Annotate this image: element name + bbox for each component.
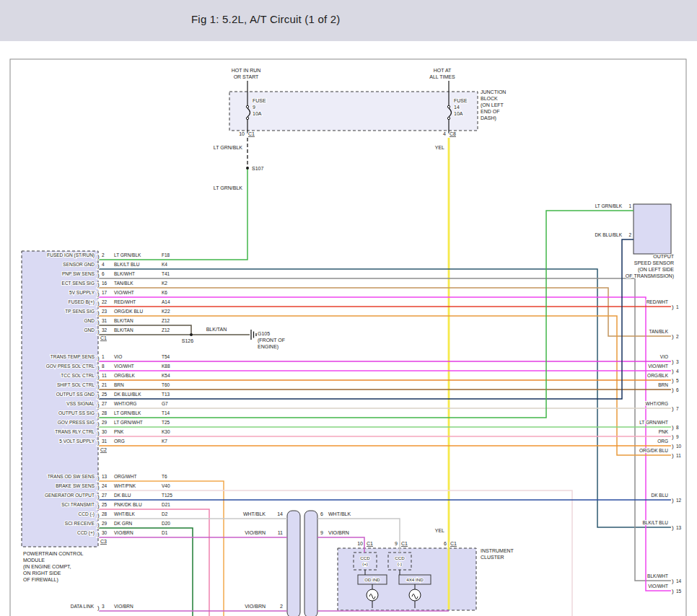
fuse-label: 14 [454, 105, 460, 110]
pcm-pin-number: 28 [102, 410, 108, 415]
diagram-label: C1 [248, 131, 255, 136]
pcm-circuit-code: Z12 [162, 327, 170, 333]
indicator-lamp [409, 589, 421, 601]
pcm-pin-number: 30 [102, 530, 108, 535]
pin-bracket: ) [97, 374, 100, 380]
fuse-terminal [447, 105, 450, 107]
pin-bracket: ) [672, 434, 674, 440]
indicator-lamp [367, 589, 378, 601]
diagram-label: YEL [435, 528, 444, 533]
pcm-wire-name: PNK [114, 429, 124, 434]
pcm-signal-label: SCI TRANSMIT [61, 502, 95, 507]
diagram-label: (-) [398, 561, 402, 566]
pin-bracket: ) [97, 263, 100, 269]
exit-pin-number: 15 [676, 589, 682, 594]
diagram-label: WHT/BLK [243, 511, 266, 516]
diagram-label: BLOCK [481, 96, 498, 101]
pcm-signal-label: GOV PRESS SIG [58, 420, 95, 425]
output-speed-sensor-box [634, 204, 671, 254]
pcm-signal-label: PNP SW SENS [62, 271, 95, 276]
pcm-pin-number: 27 [102, 493, 108, 498]
diagram-label: YEL [435, 145, 444, 150]
exit-wire-name: DK BLU [652, 493, 669, 498]
pcm-pin-number: 31 [102, 439, 108, 444]
diagram-label: G105 [258, 331, 270, 336]
diagram-label: LT GRN/BLK [214, 185, 243, 190]
exit-wire-name: VIO/WHT [648, 584, 668, 589]
diagram-label: CLUSTER [481, 555, 504, 560]
diagram-label: DASH) [481, 115, 496, 121]
pcm-circuit-code: T125 [162, 493, 172, 498]
fuse-terminal [447, 117, 450, 119]
pcm-pin-number: 25 [102, 392, 108, 397]
pin-bracket: ) [672, 304, 674, 310]
pcm-wire-name: VIO [114, 354, 122, 359]
pcm-connector-label: C3 [100, 539, 107, 544]
fuse-label: 10A [454, 111, 463, 116]
wire-org-dk-blu [99, 316, 671, 455]
pcm-signal-label: TRANS RLY CTRL [55, 429, 95, 434]
diagram-label: LT GRN/BLK [214, 145, 243, 150]
diagram-label: OR START [234, 74, 259, 79]
pcm-connector-label: C1 [100, 335, 107, 340]
diagram-label: (FRONT OF [258, 338, 285, 343]
pcm-circuit-code: K88 [162, 364, 170, 369]
pcm-wire-name: WHT/BLK [114, 511, 136, 516]
pcm-circuit-code: K54 [162, 373, 170, 378]
pcm-wire-name: DK GRN [114, 521, 133, 526]
diagram-label: WHT/BLK [328, 511, 351, 516]
exit-pin-number: 4 [676, 369, 679, 374]
diagram-label: CCD [360, 555, 370, 560]
exit-wire-name: PNK [659, 429, 669, 434]
exit-pin-number: 13 [676, 525, 682, 530]
pcm-signal-label: ECT SENS SIG [62, 281, 95, 286]
pcm-signal-label: GND [84, 318, 95, 323]
pcm-circuit-code: D21 [162, 502, 170, 507]
diagram-label: S126 [182, 338, 193, 343]
diagram-label: BLK/TAN [206, 327, 227, 332]
pcm-signal-label: SHIFT SOL CTRL [57, 382, 95, 387]
pcm-signal-label: FUSED B(+) [69, 299, 95, 305]
exit-pin-number: 1 [676, 304, 679, 309]
pcm-wire-name: BLK/LT BLU [114, 262, 140, 267]
diagram-label: 11 [278, 530, 283, 535]
pcm-pin-number: 16 [102, 281, 108, 286]
pin-bracket: ) [672, 452, 674, 459]
pcm-signal-label: SCI RECEIVE [65, 521, 95, 526]
pin-bracket: ) [672, 405, 674, 412]
pin-bracket: ) [97, 319, 100, 325]
sensor-wire-name: DK BLU/BLK [595, 232, 622, 237]
pcm-circuit-code: D2 [162, 511, 168, 516]
diagram-label: VIO/BRN [245, 530, 266, 535]
pcm-circuit-code: T25 [162, 420, 170, 425]
sensor-wire-name: LT GRN/BLK [595, 203, 623, 208]
pin-bracket: ) [672, 358, 674, 365]
pcm-pin-number: 11 [102, 373, 107, 378]
exit-wire-name: ORG [657, 439, 668, 444]
diagram-label: C1 [450, 541, 457, 546]
pcm-wire-name: VIO/WHT [114, 364, 134, 369]
diagram-label: C8 [450, 131, 456, 136]
pcm-pin-number: 1 [102, 354, 105, 359]
fuse-label: FUSE [253, 98, 266, 103]
splice-dot [190, 333, 193, 336]
pcm-caption: ON RIGHT SIDE [23, 571, 61, 576]
pin-bracket: ) [97, 272, 100, 278]
pin-bracket: ) [97, 364, 100, 371]
pin-bracket: ) [672, 524, 674, 531]
exit-pin-number: 9 [676, 434, 679, 439]
pcm-pin-number: 6 [102, 271, 105, 276]
pcm-circuit-code: V40 [162, 483, 170, 488]
pcm-wire-name: LT GRN/WHT [114, 420, 143, 425]
exit-wire-name: TAN/BLK [649, 329, 668, 334]
pcm-circuit-code: T41 [162, 271, 170, 276]
exit-pin-number: 10 [676, 444, 682, 449]
pin-bracket: ) [97, 355, 100, 361]
pcm-signal-label: CCD (+) [77, 530, 95, 536]
pcm-circuit-code: K7 [162, 439, 167, 444]
inline-connector-left [287, 511, 300, 616]
diagram-label: 10 [239, 131, 245, 136]
pcm-signal-label: FUSED IGN (ST/RUN) [47, 252, 95, 258]
exit-wire-name: ORG/DK BLU [639, 448, 668, 453]
pcm-wire-name: BLK/TAN [114, 327, 133, 333]
